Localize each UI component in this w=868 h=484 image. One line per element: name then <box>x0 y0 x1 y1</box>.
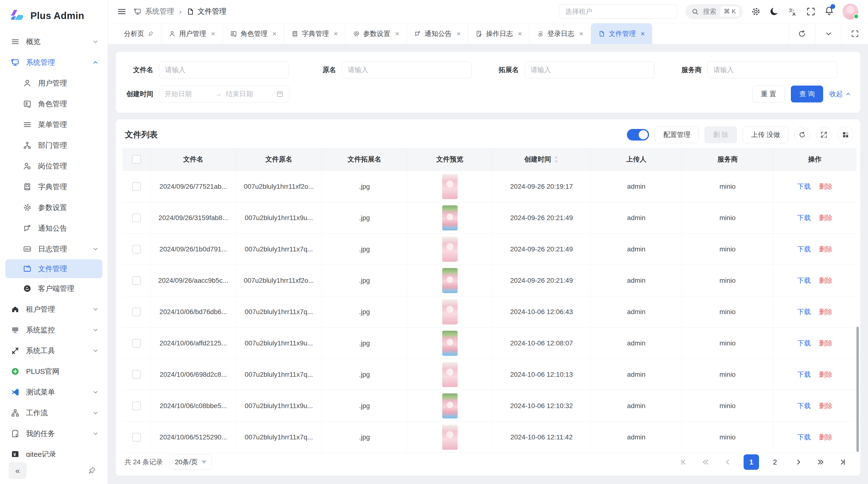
delete-link[interactable]: 删除 <box>819 433 833 442</box>
select-all-checkbox[interactable] <box>132 155 141 164</box>
row-checkbox[interactable] <box>132 433 141 442</box>
download-link[interactable]: 下载 <box>797 338 811 348</box>
translate-icon[interactable] <box>787 6 798 17</box>
tabs-dropdown-button[interactable] <box>815 23 841 44</box>
tab-close-icon[interactable]: × <box>641 30 645 38</box>
tab[interactable]: 登录日志 × <box>529 23 591 44</box>
tabs-fullscreen-button[interactable] <box>841 23 868 44</box>
sidebar-pin-button[interactable] <box>85 463 99 478</box>
row-checkbox[interactable] <box>132 308 141 316</box>
table-fullscreen-button[interactable] <box>816 127 832 143</box>
tab-close-icon[interactable]: × <box>334 30 338 38</box>
tab[interactable]: 用户管理 × <box>161 23 223 44</box>
table-scrollbar-thumb[interactable] <box>857 327 859 452</box>
upload-button[interactable]: 上传 没做 <box>743 126 788 143</box>
row-checkbox[interactable] <box>132 401 141 410</box>
file-preview-thumbnail[interactable] <box>442 331 458 356</box>
download-link[interactable]: 下载 <box>797 370 811 379</box>
page-size-select[interactable]: 20条/页 <box>169 454 212 470</box>
collapse-filters-link[interactable]: 收起 <box>830 90 851 99</box>
column-header[interactable]: 上传人 <box>591 148 682 171</box>
sidebar-item[interactable]: 岗位管理 <box>0 156 108 176</box>
sidebar-item[interactable]: PLUS官网 <box>0 361 108 382</box>
sidebar-collapse-button[interactable]: « <box>9 462 27 479</box>
user-avatar[interactable] <box>842 4 858 20</box>
table-columns-button[interactable] <box>838 127 854 143</box>
tab[interactable]: 操作日志 × <box>468 23 530 44</box>
sidebar-item[interactable]: 菜单管理 <box>0 114 108 135</box>
tab-close-icon[interactable]: × <box>457 30 461 38</box>
row-checkbox[interactable] <box>132 370 141 379</box>
column-header[interactable]: 文件预览 <box>407 148 493 171</box>
tenant-select[interactable]: 选择租户 <box>559 5 677 19</box>
download-link[interactable]: 下载 <box>797 182 811 191</box>
column-header-sortable[interactable]: 创建时间 <box>493 148 591 171</box>
next-page-button[interactable] <box>792 456 805 468</box>
tab[interactable]: 字典管理 × <box>284 23 345 44</box>
sidebar-item[interactable]: 字典管理 <box>0 176 108 197</box>
file-preview-thumbnail[interactable] <box>442 174 458 199</box>
date-start-placeholder[interactable]: 开始日期 <box>165 90 211 99</box>
tab[interactable]: 分析页 × <box>117 23 161 44</box>
global-search[interactable]: 搜索 ⌘ K <box>685 4 743 19</box>
sidebar-item[interactable]: 通知公告 <box>0 218 108 238</box>
next-5-pages-button[interactable] <box>814 456 827 468</box>
sidebar-item[interactable]: 文件管理 <box>5 259 102 278</box>
page-number-button[interactable]: 1 <box>744 454 759 470</box>
delete-link[interactable]: 删除 <box>819 182 833 191</box>
prev-5-pages-button[interactable] <box>699 456 712 468</box>
config-manage-button[interactable]: 配置管理 <box>655 126 699 143</box>
column-header[interactable]: 文件拓展名 <box>322 148 407 171</box>
fullscreen-icon[interactable] <box>806 6 816 17</box>
sidebar-item[interactable]: 概览 <box>0 31 108 52</box>
row-checkbox[interactable] <box>132 339 141 348</box>
tab-close-icon[interactable]: × <box>579 30 584 38</box>
page-number-button[interactable]: 2 <box>767 454 783 470</box>
delete-link[interactable]: 删除 <box>819 370 833 379</box>
delete-link[interactable]: 删除 <box>819 338 833 348</box>
dark-mode-moon-icon[interactable] <box>769 6 779 17</box>
tab-close-icon[interactable]: × <box>273 30 277 38</box>
filter-text-input[interactable]: 请输入 <box>342 61 472 78</box>
sidebar-item[interactable]: 客户端管理 <box>0 278 108 299</box>
sidebar-item[interactable]: 角色管理 <box>0 94 108 114</box>
download-link[interactable]: 下载 <box>797 276 811 285</box>
download-link[interactable]: 下载 <box>797 245 811 254</box>
breadcrumb-parent[interactable]: 系统管理 <box>145 6 174 17</box>
pin-icon[interactable] <box>148 31 154 37</box>
row-checkbox[interactable] <box>132 245 141 254</box>
download-link[interactable]: 下载 <box>797 401 811 411</box>
column-header[interactable]: 操作 <box>773 148 857 171</box>
reset-button[interactable]: 重 置 <box>752 86 784 102</box>
filter-text-input[interactable]: 请输入 <box>159 61 289 78</box>
sort-arrows-icon[interactable] <box>554 156 559 163</box>
sidebar-item[interactable]: 租户管理 <box>0 299 108 320</box>
sidebar-item[interactable]: 系统管理 <box>0 52 108 73</box>
sidebar-item[interactable]: 系统监控 <box>0 320 108 340</box>
file-preview-thumbnail[interactable] <box>442 425 458 450</box>
sidebar-item[interactable]: 系统工具 <box>0 340 108 361</box>
hamburger-menu-icon[interactable] <box>117 6 127 17</box>
tab[interactable]: 参数设置 × <box>345 23 407 44</box>
last-page-button[interactable] <box>837 456 849 468</box>
first-page-button[interactable] <box>677 456 689 468</box>
sidebar-item[interactable]: 部门管理 <box>0 135 108 156</box>
file-preview-thumbnail[interactable] <box>442 268 458 293</box>
sidebar-item[interactable]: 我的任务 <box>0 423 108 444</box>
delete-link[interactable]: 删除 <box>819 245 833 254</box>
table-refresh-button[interactable] <box>794 127 810 143</box>
delete-button[interactable]: 删 除 <box>705 126 737 143</box>
download-link[interactable]: 下载 <box>797 213 811 223</box>
table-toggle-switch[interactable] <box>627 129 649 140</box>
sidebar-item[interactable]: 测试菜单 <box>0 382 108 402</box>
filter-text-input[interactable]: 请输入 <box>525 61 654 78</box>
sidebar-item[interactable]: 参数设置 <box>0 197 108 218</box>
date-end-placeholder[interactable]: 结束日期 <box>226 90 272 99</box>
search-button[interactable]: 查 询 <box>791 86 823 102</box>
date-range-input[interactable]: 开始日期 → 结束日期 <box>159 86 289 102</box>
file-preview-thumbnail[interactable] <box>442 237 458 262</box>
column-header[interactable]: 文件名 <box>151 148 236 171</box>
tab[interactable]: 通知公告 × <box>407 23 468 44</box>
filter-text-input[interactable]: 请输入 <box>707 61 837 78</box>
column-header[interactable]: 文件原名 <box>236 148 322 171</box>
